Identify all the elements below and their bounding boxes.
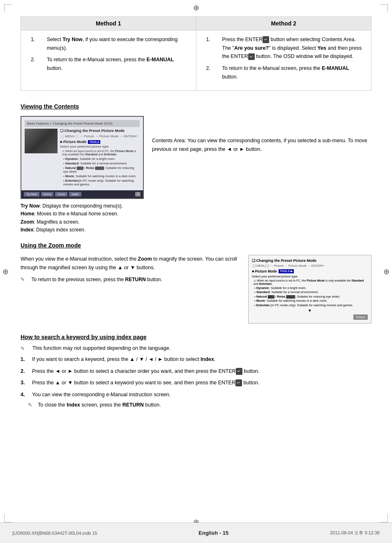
zoom-bullet-standard: • Standard: Suitable for a normal enviro… [252, 290, 368, 294]
index-step4: 4. You can view the corresponding e-Manu… [21, 390, 371, 399]
method2-steps: Press the ENTER↵ button when selecting C… [205, 35, 363, 81]
note-pencil-icon3: ✎ [28, 402, 32, 408]
footer-right: 2011-08-04 오후 9:12:38 [330, 530, 380, 536]
try-now-bold: Try Now [62, 37, 83, 42]
tv-picture-mode-label: ■ Picture Mode TOOLS [60, 140, 140, 144]
tv-nav-bar: Try Now Home Zoom Index X [21, 190, 143, 198]
crosshair-right-icon: ⊕ [383, 267, 390, 276]
footer-center: English - 15 [198, 530, 228, 536]
crosshair-left-icon: ⊕ [2, 267, 9, 276]
method2-header: Method 2 [196, 17, 371, 30]
tv-bullet-movie: • Movie: Suitable for watching movies in… [60, 174, 140, 178]
corner-tl [4, 4, 12, 12]
step4-num: 4. [21, 390, 25, 399]
method1-column: Method 1 Select Try Now, if you want to … [21, 17, 196, 90]
zoom-note-text: To return to the previous screen, press … [29, 277, 162, 282]
tv-bullet-standard: • Standard: Suitable for a normal enviro… [60, 162, 140, 165]
zoom-mode-title: Using the Zoom mode [21, 242, 371, 249]
tools-badge: TOOLS [88, 140, 100, 144]
zoom-return-btn[interactable]: Return [353, 314, 368, 320]
tv-screen-container: Basic Features > Changing the Preset Pic… [21, 116, 144, 234]
method2-step2: To return to the e-Manual screen, press … [212, 64, 363, 81]
zoom-section: When you view the e-Manual instruction, … [21, 255, 371, 323]
tv-screen-inner: Basic Features > Changing the Preset Pic… [21, 117, 143, 190]
tv-home-btn[interactable]: Home [41, 192, 54, 196]
method1-step1: Select Try Now, if you want to execute t… [37, 35, 188, 52]
index-bold: Index [201, 356, 214, 362]
tv-screen: Basic Features > Changing the Preset Pic… [21, 116, 144, 199]
footer-left: [UD8000-XN]BN68-03442T-00L04.indb 15 [12, 531, 97, 536]
step3-num: 3. [21, 379, 25, 387]
caption-zoom: Zoom: Magnifies a screen. [21, 218, 144, 226]
tv-thumbnail-image [25, 129, 58, 153]
tv-changing-title: ❑ Changing the Preset Picture Mode [60, 129, 140, 133]
zoom-note: ✎ To return to the previous screen, pres… [21, 276, 240, 284]
tv-thumbnail-area [25, 129, 58, 187]
index-steps-list: 1. If you want to search a keyword, pres… [21, 355, 371, 399]
enter-icon-step2: ↵ [236, 368, 242, 375]
corner-tr [380, 4, 388, 12]
method2-column: Method 2 Press the ENTER↵ button when se… [196, 17, 371, 90]
index-function-note: ✎ This function may not supported depend… [21, 345, 371, 351]
index-search-section: How to search a keyword by using index p… [21, 334, 371, 408]
zoom-bold: Zoom [138, 256, 152, 262]
tv-note: ⚠ When an input source is set to PC, the… [60, 150, 140, 156]
zoom-body-paragraph: When you view the e-Manual instruction, … [21, 255, 240, 272]
tv-menu-path: ⬜ MENU⬜ → Picture → Picture Mode → ENTER… [60, 134, 140, 138]
tv-caption: Try Now: Displays the corresponding menu… [21, 202, 144, 234]
index-step1: 1. If you want to search a keyword, pres… [21, 355, 371, 364]
zoom-arrow-down: ▼ [252, 308, 368, 313]
caption-index: Index: Displays index screen. [21, 226, 144, 234]
crosshair-top-icon: ⊕ [193, 3, 199, 12]
method1-step2: To return to the e-Manual screen, press … [37, 55, 188, 72]
tv-content-area: ❑ Changing the Preset Picture Mode ⬜ MEN… [25, 129, 140, 187]
step2-num: 2. [21, 367, 25, 376]
index-sub-note-text: To close the Index screen, press the RET… [38, 402, 161, 408]
zoom-select-text: Select your preferred picture type. [252, 275, 368, 278]
emanual-bold-m1: E-MANUAL [147, 57, 174, 62]
methods-table: Method 1 Select Try Now, if you want to … [21, 16, 371, 91]
return-bold: RETURN [125, 277, 146, 282]
zoom-bullet-movie: • Movie: Suitable for watching movies in… [252, 299, 368, 303]
tv-breadcrumb: Basic Features > Changing the Preset Pic… [25, 120, 140, 127]
tv-select-text: Select your preferred picture type. [60, 145, 140, 148]
tv-bullet-entertain: • Entertain(In PC mode only): Suitable f… [60, 179, 140, 186]
zoom-picture-label: ■ Picture Mode TOOLS ▶ [252, 269, 368, 273]
index-step2: 2. Press the ◄ or ► button to select a c… [21, 367, 371, 376]
zoom-screen-title: ❑ Changing the Preset Picture Mode [252, 259, 368, 263]
note-pencil-icon2: ✎ [21, 346, 25, 351]
index-bold2: Index [67, 402, 80, 408]
index-sub-note: ✎ To close the Index screen, press the R… [21, 402, 371, 408]
zoom-bullet-natural: • Natural ▓▓▓ / Relax ▓▓▓▓: Suitable for… [252, 295, 368, 298]
note-pencil-icon: ✎ [21, 276, 25, 284]
zoom-screen-box: ❑ Changing the Preset Picture Mode ⬜ MEN… [248, 255, 371, 323]
enter-icon-m2s1b: ↵ [248, 53, 255, 60]
zoom-text-area: When you view the e-Manual instruction, … [21, 255, 240, 323]
tv-bullet-dynamic: • Dynamic: Suitable for a bright room. [60, 157, 140, 161]
return-bold2: RETURN [122, 402, 144, 408]
tv-close-btn[interactable]: X [135, 192, 141, 196]
method2-step1: Press the ENTER↵ button when selecting C… [212, 35, 363, 61]
tv-text-area: ❑ Changing the Preset Picture Mode ⬜ MEN… [60, 129, 140, 187]
viewing-contents-title: Viewing the Contents [21, 103, 371, 110]
zoom-return-container: Return [252, 314, 368, 320]
tv-zoom-btn[interactable]: Zoom [55, 192, 67, 196]
bottom-bar: [UD8000-XN]BN68-03442T-00L04.indb 15 Eng… [0, 522, 392, 543]
tv-bullet-natural: • Natural ▓▓▓ / Relax ▓▓▓▓: Suitable for… [60, 166, 140, 173]
page: ⊕ ⊕ ⊕ ⊕ Method 1 Select Try Now, if you … [0, 0, 392, 543]
yes-bold: Yes [317, 45, 326, 51]
step1-num: 1. [21, 355, 25, 364]
index-search-title: How to search a keyword by using index p… [21, 334, 371, 340]
enter-icon-step3: ↵ [235, 379, 242, 386]
zoom-note-sm: ⚠ When an input source is set to PC, the… [252, 279, 368, 285]
zoom-screen-area: ❑ Changing the Preset Picture Mode ⬜ MEN… [248, 255, 371, 323]
tv-trynow-btn[interactable]: Try Now [24, 192, 39, 196]
method1-steps: Select Try Now, if you want to execute t… [29, 35, 188, 73]
tv-index-btn[interactable]: Index [69, 192, 81, 196]
contents-description: Contents Area: You can view the correspo… [152, 116, 371, 234]
corner-bl [4, 514, 12, 522]
zoom-menu-path: ⬜ MENU⬜ → Picture → Picture Mode → ENTER… [252, 264, 368, 268]
are-you-sure-bold: Are you sure? [234, 45, 269, 51]
emanual-bold-m2: E-MANUAL [322, 65, 349, 71]
zoom-tools-badge: TOOLS ▶ [279, 269, 294, 273]
